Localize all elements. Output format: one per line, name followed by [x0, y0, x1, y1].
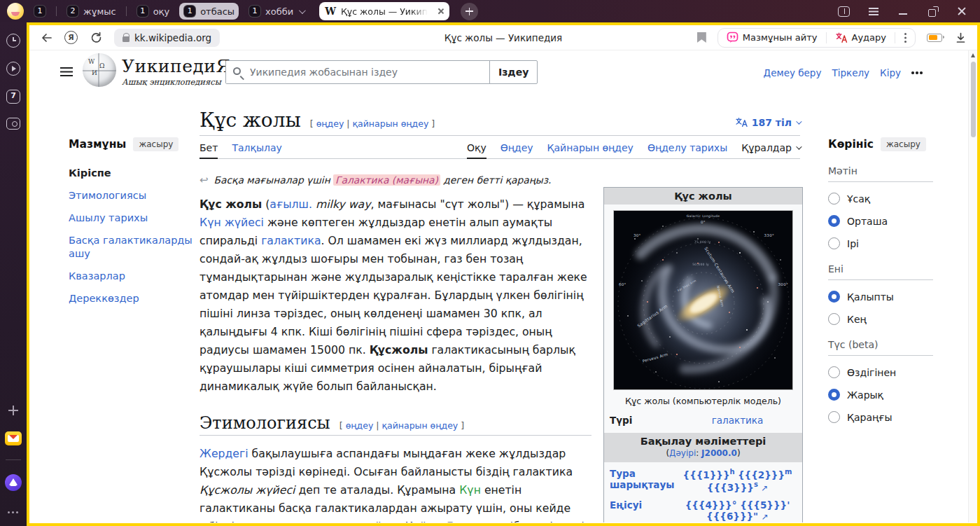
- radio-color-dark[interactable]: Қараңғы: [828, 411, 948, 423]
- inline-link[interactable]: {{{4}}}° {{{5}}}' {{{6}}}": [685, 499, 790, 522]
- browser-menu-icon[interactable]: [868, 6, 879, 17]
- inline-link[interactable]: {{{1}}}: [683, 469, 730, 480]
- tab-read[interactable]: Оқу: [467, 139, 486, 158]
- radio-icon[interactable]: [828, 193, 840, 205]
- toc-item-other-galaxies[interactable]: Басқа галактикаларды ашу: [69, 234, 195, 261]
- restore-window-button[interactable]: [927, 6, 938, 17]
- inline-link[interactable]: Дәуірі: [669, 448, 696, 458]
- radio-selected-icon[interactable]: [828, 215, 840, 227]
- toc-item-etymology[interactable]: Этимологиясы: [69, 189, 195, 202]
- radio-icon[interactable]: [828, 366, 840, 378]
- downloads-icon[interactable]: [953, 31, 967, 45]
- inline-link[interactable]: галактика: [678, 415, 797, 426]
- inline-link[interactable]: {{{3}}}: [707, 481, 754, 492]
- galaxy-image[interactable]: Galactic Longitude 0° 75,000 ly 50,000 l…: [613, 210, 793, 390]
- inline-link[interactable]: m: [785, 468, 792, 476]
- inline-link[interactable]: қайнарын өңдеу: [382, 420, 458, 431]
- radio-text-large[interactable]: Ірі: [828, 237, 948, 249]
- new-tab-button[interactable]: [461, 3, 478, 20]
- inline-link[interactable]: s: [754, 480, 758, 488]
- inline-link[interactable]: өңдеу: [346, 420, 374, 431]
- inline-link[interactable]: h: [730, 468, 735, 476]
- toc-item-quasars[interactable]: Квазарлар: [69, 270, 195, 283]
- radio-selected-icon[interactable]: [828, 389, 840, 401]
- radio-icon[interactable]: [828, 313, 840, 325]
- inline-link[interactable]: ↗: [762, 512, 769, 522]
- toc-item-discovery[interactable]: Ашылу тарихы: [69, 212, 195, 225]
- toc-hide-button[interactable]: жасыру: [133, 137, 178, 151]
- tab-close-icon[interactable]: [437, 8, 444, 15]
- inline-link[interactable]: J2000.0: [701, 448, 737, 458]
- radio-text-medium[interactable]: Орташа: [828, 215, 948, 227]
- toc-item-intro[interactable]: Кіріспе: [69, 167, 195, 180]
- search-input[interactable]: [226, 61, 489, 83]
- inline-link[interactable]: өңдеу: [316, 118, 344, 129]
- sidebar-more-icon[interactable]: [6, 505, 20, 519]
- register-link[interactable]: Тіркелу: [832, 67, 869, 78]
- radio-icon[interactable]: [828, 411, 840, 423]
- inline-link[interactable]: Күн жүйесі: [200, 216, 264, 229]
- add-panel-icon[interactable]: [6, 403, 20, 417]
- scroll-up-arrow[interactable]: [971, 53, 975, 57]
- search-button[interactable]: Іздеу: [489, 60, 538, 84]
- more-menu-icon[interactable]: [911, 71, 924, 74]
- address-bar[interactable]: kk.wikipedia.org: [114, 29, 220, 47]
- donate-link[interactable]: Демеу беру: [764, 67, 822, 78]
- inline-link[interactable]: ↗: [761, 483, 768, 492]
- radio-width-wide[interactable]: Кең: [828, 313, 948, 325]
- bookmark-icon[interactable]: [697, 32, 706, 43]
- side-panel-icon[interactable]: [838, 6, 850, 17]
- inline-link[interactable]: қайнарын өңдеу: [353, 118, 429, 129]
- translate-button[interactable]: Аудару: [835, 32, 887, 43]
- alice-assistant-icon[interactable]: [5, 474, 22, 491]
- back-icon[interactable]: [39, 31, 53, 45]
- dec-label-link[interactable]: Еңісуі: [610, 499, 678, 511]
- tab-group-hobby[interactable]: 1хобби: [244, 3, 308, 20]
- scrollbar-thumb[interactable]: [971, 62, 976, 137]
- radio-selected-icon[interactable]: [828, 291, 840, 303]
- toolbar-more-icon[interactable]: [904, 32, 906, 43]
- wikipedia-wordmark[interactable]: УикипедиЯ Ашық энциклопедиясы: [122, 56, 230, 87]
- appearance-hide-button[interactable]: жасыру: [881, 137, 926, 151]
- main-menu-icon[interactable]: [60, 67, 73, 77]
- toc-item-references[interactable]: Дереккөздер: [69, 292, 195, 305]
- language-selector[interactable]: 187 тіл: [736, 117, 800, 128]
- reload-icon[interactable]: [89, 31, 103, 45]
- tab-group-work[interactable]: 2жұмыс: [62, 3, 120, 20]
- tab-tools[interactable]: Құралдар: [741, 139, 800, 158]
- radio-width-standard[interactable]: Қалыпты: [828, 291, 948, 303]
- tab-group-1[interactable]: 1: [29, 3, 50, 20]
- wikipedia-logo[interactable]: W Ω И: [83, 53, 116, 87]
- inline-link[interactable]: галактика: [261, 234, 321, 247]
- close-window-button[interactable]: [956, 6, 967, 17]
- tab-history[interactable]: Өңделу тарихы: [648, 139, 727, 158]
- minimize-button[interactable]: [897, 6, 909, 17]
- radio-color-light[interactable]: Жарық: [828, 389, 948, 401]
- battery-icon[interactable]: [927, 34, 942, 42]
- read-aloud-button[interactable]: Мазмұнын айту: [727, 32, 818, 43]
- inline-link[interactable]: Галактика (мағына): [333, 174, 440, 186]
- ra-label-link[interactable]: Тура шарықтауы: [610, 468, 678, 490]
- tab-edit[interactable]: Өңдеу: [500, 139, 533, 158]
- screenshot-icon[interactable]: [6, 118, 20, 130]
- profile-avatar[interactable]: [7, 3, 24, 20]
- tab-edit-source[interactable]: Қайнарын өңдеу: [547, 139, 634, 158]
- page-scrollbar[interactable]: [968, 50, 977, 522]
- inline-link[interactable]: {{{2}}}: [738, 469, 785, 480]
- active-browser-tab[interactable]: W Құс жолы — Уикипеди: [319, 2, 449, 20]
- tab-group-study[interactable]: 1оқу: [132, 3, 174, 20]
- inline-link[interactable]: ағылш.: [270, 198, 312, 211]
- media-icon[interactable]: [6, 62, 20, 76]
- history-icon[interactable]: [6, 34, 20, 48]
- inline-link[interactable]: Жердегі: [200, 447, 248, 460]
- login-link[interactable]: Кіру: [880, 67, 901, 78]
- tab-page[interactable]: Бет: [200, 139, 218, 158]
- inline-link[interactable]: Күн: [459, 483, 481, 497]
- radio-color-auto[interactable]: Өздігінен: [828, 366, 948, 378]
- radio-text-small[interactable]: Ұсақ: [828, 193, 948, 205]
- tab-group-family-active[interactable]: 1отбасы: [179, 3, 239, 20]
- yandex-mail-icon[interactable]: [5, 431, 22, 445]
- tab-talk[interactable]: Талқылау: [232, 139, 281, 158]
- yandex-button[interactable]: Я: [64, 31, 78, 44]
- radio-icon[interactable]: [828, 237, 840, 249]
